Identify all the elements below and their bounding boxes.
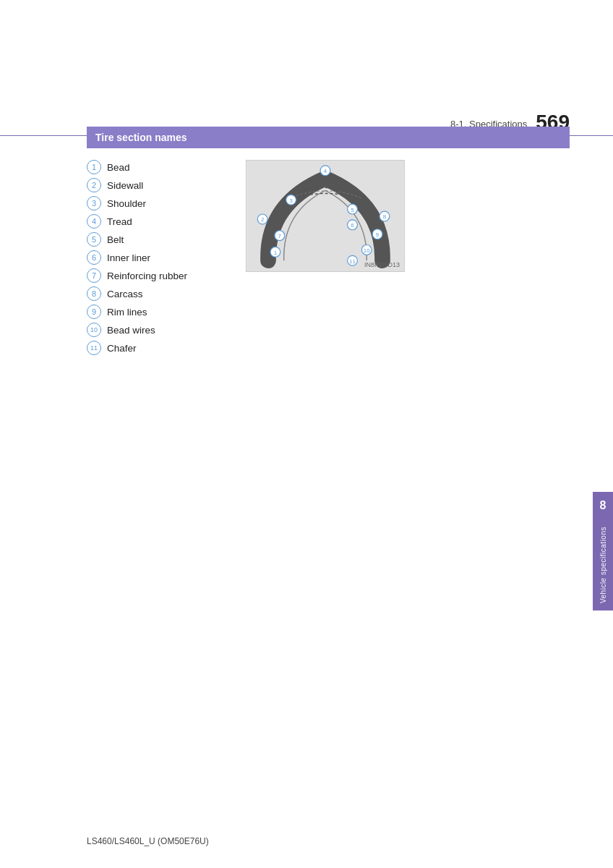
list-item: 5 Belt: [87, 232, 231, 247]
list-item: 8 Carcass: [87, 286, 231, 301]
item-label-6: Inner liner: [107, 252, 150, 263]
footer-text: LS460/LS460L_U (OM50E76U): [87, 836, 209, 846]
diagram-id: IN8RG5D13: [364, 261, 400, 268]
item-number-1: 1: [87, 160, 101, 174]
item-number-11: 11: [87, 341, 101, 355]
item-number-4: 4: [87, 214, 101, 229]
item-number-10: 10: [87, 323, 101, 337]
section-title: Tire section names: [95, 132, 187, 143]
list-item: 1 Bead: [87, 160, 231, 174]
list-item: 11 Chafer: [87, 341, 231, 355]
item-label-5: Belt: [107, 234, 124, 245]
list-item: 9 Rim lines: [87, 305, 231, 319]
item-label-1: Bead: [107, 162, 130, 173]
item-number-5: 5: [87, 232, 101, 247]
content-layout: 1 Bead 2 Sidewall 3 Shoulder 4 Tread 5: [87, 160, 570, 359]
footer: LS460/LS460L_U (OM50E76U): [87, 836, 209, 846]
svg-text:6: 6: [351, 222, 354, 229]
svg-text:4: 4: [324, 168, 327, 174]
list-item: 10 Bead wires: [87, 323, 231, 337]
svg-text:2: 2: [261, 216, 264, 223]
svg-text:11: 11: [349, 258, 356, 265]
list-item: 6 Inner liner: [87, 250, 231, 265]
list-item: 2 Sidewall: [87, 178, 231, 192]
item-number-2: 2: [87, 178, 101, 192]
svg-text:3: 3: [289, 197, 293, 204]
list-item: 7 Reinforcing rubber: [87, 268, 231, 283]
page-container: 8-1. Specifications 569 Tire section nam…: [0, 0, 613, 868]
item-label-7: Reinforcing rubber: [107, 271, 187, 281]
main-content: Tire section names 1 Bead 2 Sidewall 3 S…: [87, 127, 570, 359]
svg-text:1: 1: [274, 250, 277, 256]
tire-diagram-svg: 4 3 5 6 8 7: [247, 161, 404, 271]
svg-text:10: 10: [364, 247, 370, 254]
item-label-3: Shoulder: [107, 198, 146, 209]
item-label-10: Bead wires: [107, 325, 155, 336]
svg-text:5: 5: [351, 207, 354, 213]
item-number-8: 8: [87, 286, 101, 301]
list-item: 3 Shoulder: [87, 196, 231, 210]
item-label-2: Sidewall: [107, 180, 143, 191]
tire-diagram: 4 3 5 6 8 7: [246, 160, 405, 272]
item-number-3: 3: [87, 196, 101, 210]
item-number-6: 6: [87, 250, 101, 265]
svg-text:7: 7: [278, 233, 281, 239]
svg-text:8: 8: [383, 213, 387, 220]
item-number-7: 7: [87, 268, 101, 283]
title-bar: Tire section names: [87, 127, 570, 148]
item-label-11: Chafer: [107, 343, 137, 354]
parts-list: 1 Bead 2 Sidewall 3 Shoulder 4 Tread 5: [87, 160, 231, 359]
item-number-9: 9: [87, 305, 101, 319]
side-tab: 8 Vehicle specifications: [593, 492, 613, 610]
item-label-4: Tread: [107, 216, 132, 227]
item-label-9: Rim lines: [107, 307, 147, 318]
side-tab-text: Vehicle specifications: [599, 527, 607, 603]
side-tab-number: 8: [600, 499, 606, 512]
svg-text:9: 9: [376, 231, 379, 238]
list-item: 4 Tread: [87, 214, 231, 229]
item-label-8: Carcass: [107, 289, 143, 299]
